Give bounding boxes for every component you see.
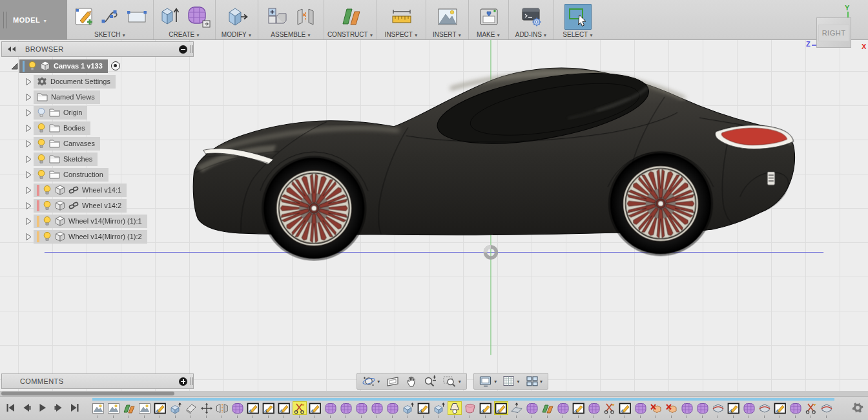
timeline-feature-trim-icon[interactable] — [603, 402, 616, 414]
window-zoom-button[interactable]: ▼ — [441, 375, 462, 388]
bulb-on-icon[interactable] — [28, 61, 37, 72]
browser-row-wheel-v14-mirror-1-2[interactable]: Wheel v14(Mirror) (1):2 — [1, 229, 195, 244]
timeline-group-bar[interactable] — [92, 398, 834, 401]
timeline-feature-canvas-icon[interactable] — [138, 402, 151, 414]
viewcube-widget[interactable]: Y RIGHT Z X — [806, 5, 868, 56]
expand-arrow-icon[interactable] — [23, 217, 34, 226]
timeline-feature-form-icon[interactable] — [743, 402, 756, 414]
browser-row-wheel-v14-2[interactable]: Wheel v14:2 — [1, 198, 195, 213]
timeline-feature-eraser-icon[interactable] — [185, 402, 198, 414]
panel-resize-grip[interactable] — [191, 45, 193, 53]
timeline-feature-plane-icon[interactable] — [123, 402, 136, 414]
timeline-feature-sketch-icon[interactable] — [495, 402, 508, 414]
timeline-feature-form-icon[interactable] — [340, 402, 353, 414]
car-front-wheel[interactable] — [263, 157, 365, 259]
skip-to-start-button[interactable] — [5, 403, 16, 413]
expand-arrow-icon[interactable] — [23, 233, 34, 241]
chevron-down-icon[interactable]: ▼ — [516, 379, 520, 384]
expand-arrow-icon[interactable] — [23, 78, 34, 86]
orbit-button[interactable]: ▼ — [360, 375, 382, 388]
timeline-feature-offset-icon[interactable] — [510, 402, 523, 414]
browser-panel-header[interactable]: BROWSER — [1, 41, 194, 57]
grid-settings-button[interactable]: ▼ — [501, 375, 521, 388]
timeline-feature-form-icon[interactable] — [386, 402, 399, 414]
inspect-menu[interactable]: INSPECT▼ — [385, 31, 418, 38]
add-comment-icon[interactable] — [179, 377, 187, 386]
zoom-button[interactable] — [422, 375, 439, 388]
collapse-arrow-icon[interactable] — [9, 62, 19, 70]
modify-menu[interactable]: MODIFY▼ — [222, 31, 252, 38]
timeline-feature-trim-icon[interactable] — [293, 402, 306, 414]
create-sketch-icon[interactable] — [74, 6, 96, 28]
bulb-on-icon[interactable] — [43, 216, 52, 227]
timeline-scrollbar-track[interactable] — [0, 391, 868, 396]
timeline-feature-form-icon[interactable] — [588, 402, 601, 414]
timeline-feature-form-icon[interactable] — [681, 402, 694, 414]
bulb-on-icon[interactable] — [37, 169, 46, 180]
browser-row-named-views[interactable]: Named Views — [1, 89, 195, 105]
timeline-feature-redx-icon[interactable] — [650, 402, 663, 414]
timeline-feature-sketch-icon[interactable] — [727, 402, 740, 414]
insert-canvas-icon[interactable] — [437, 6, 459, 27]
extrude-icon[interactable] — [158, 5, 181, 28]
panel-resize-grip[interactable] — [191, 377, 193, 385]
timeline-feature-sketch-icon[interactable] — [278, 402, 291, 414]
timeline-feature-form-icon[interactable] — [231, 402, 244, 414]
timeline-scrollbar-thumb[interactable] — [1, 392, 174, 395]
browser-row-construction[interactable]: Construction — [1, 167, 195, 182]
timeline-feature-extrude-icon[interactable] — [402, 402, 415, 414]
timeline-feature-sketch-icon[interactable] — [154, 402, 167, 414]
skip-to-end-button[interactable] — [70, 403, 80, 413]
new-component-icon[interactable] — [266, 5, 289, 28]
timeline-feature-sketch-icon[interactable] — [572, 402, 585, 414]
browser-row-sketches[interactable]: Sketches — [1, 151, 195, 167]
timeline-feature-extrude-icon[interactable] — [433, 402, 446, 414]
3d-print-icon[interactable] — [478, 6, 500, 27]
timeline-feature-plane-icon[interactable] — [541, 402, 554, 414]
browser-row-wheel-v14-1[interactable]: Wheel v14:1 — [1, 182, 195, 198]
timeline-feature-split-icon[interactable] — [820, 402, 833, 414]
timeline-feature-split-icon[interactable] — [758, 402, 771, 414]
browser-row-document-settings[interactable]: Document Settings — [1, 74, 195, 89]
timeline-feature-split-icon[interactable] — [712, 402, 725, 414]
viewports-button[interactable]: ▼ — [524, 375, 544, 388]
bulb-on-icon[interactable] — [37, 138, 46, 149]
timeline-feature-form-icon[interactable] — [526, 402, 539, 414]
timeline-feature-sketch-icon[interactable] — [247, 402, 260, 414]
expand-arrow-icon[interactable] — [23, 202, 34, 210]
timeline-feature-form-icon[interactable] — [789, 402, 802, 414]
bulb-on-icon[interactable] — [43, 231, 52, 242]
rectangle-icon[interactable] — [127, 8, 147, 25]
select-icon[interactable] — [564, 4, 592, 30]
timeline-feature-lamp-icon[interactable] — [448, 402, 461, 414]
step-forward-button[interactable] — [54, 403, 64, 413]
timeline-settings-gear-icon[interactable] — [852, 402, 863, 414]
measure-icon[interactable] — [390, 6, 413, 27]
collapse-panel-icon[interactable] — [7, 46, 16, 52]
display-settings-button[interactable]: ▼ — [477, 375, 499, 388]
timeline-feature-redx-icon[interactable] — [665, 402, 678, 414]
bulb-on-icon[interactable] — [37, 154, 46, 165]
timeline-feature-sketch-icon[interactable] — [479, 402, 492, 414]
viewcube-face-right[interactable]: RIGHT — [816, 17, 851, 48]
browser-row-origin[interactable]: Origin — [1, 105, 195, 120]
scripts-addins-icon[interactable] — [520, 6, 543, 28]
comments-panel-header[interactable]: COMMENTS — [1, 373, 194, 389]
toolbar-grip[interactable] — [3, 12, 7, 28]
create-menu[interactable]: CREATE▼ — [169, 31, 200, 38]
chevron-down-icon[interactable]: ▼ — [493, 379, 497, 384]
timeline-feature-form-icon[interactable] — [557, 402, 570, 414]
timeline-feature-move-icon[interactable] — [200, 402, 213, 414]
spline-icon[interactable] — [101, 7, 121, 26]
timeline-feature-form-icon[interactable] — [324, 402, 337, 414]
workspace-switcher[interactable]: MODEL▼ — [0, 0, 67, 39]
form-icon[interactable] — [187, 5, 211, 28]
sketch-menu[interactable]: SKETCH▼ — [94, 31, 126, 38]
bulb-on-icon[interactable] — [43, 185, 52, 196]
timeline-feature-mirror-icon[interactable] — [216, 402, 229, 414]
insert-menu[interactable]: INSERT▼ — [433, 31, 462, 38]
expand-arrow-icon[interactable] — [23, 124, 34, 132]
construct-menu[interactable]: CONSTRUCT▼ — [327, 31, 373, 38]
activate-component-radio[interactable] — [111, 61, 120, 70]
timeline-feature-canvas-icon[interactable] — [107, 402, 120, 414]
